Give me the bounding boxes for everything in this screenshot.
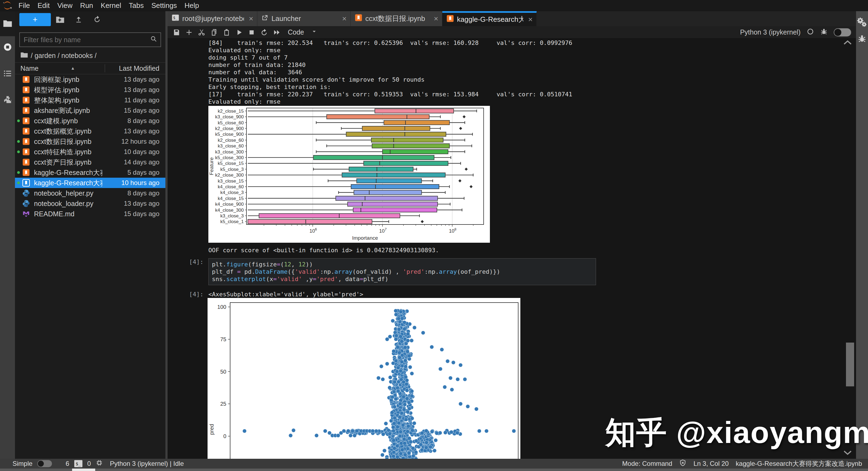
tab-kaggle-g-research-[interactable]: kaggle-G-Research大赛得奖方× xyxy=(442,11,537,26)
breadcrumb[interactable]: / garden / notebooks / xyxy=(15,47,165,62)
filter-files-box[interactable] xyxy=(19,32,161,47)
close-icon[interactable]: × xyxy=(526,15,533,24)
menu-help[interactable]: Help xyxy=(181,0,203,11)
menu-settings[interactable]: Settings xyxy=(148,0,181,11)
file-browser-icon[interactable] xyxy=(0,14,15,33)
menu-run[interactable]: Run xyxy=(76,0,97,11)
running-sessions-icon[interactable] xyxy=(0,39,15,54)
left-activity-bar xyxy=(0,11,15,459)
running-kernel-dot xyxy=(17,181,20,184)
file-row[interactable]: notebook_loader.py13 days ago xyxy=(15,198,165,209)
code-cell-editor[interactable]: plt.figure(figsize=(12, 12))plt_df = pd.… xyxy=(208,258,596,285)
file-modified: 13 days ago xyxy=(102,127,165,135)
oof-score-line: OOF corr score of <built-in function id>… xyxy=(208,246,439,254)
table-of-contents-icon[interactable] xyxy=(0,66,15,81)
breadcrumb-path: / garden / notebooks / xyxy=(31,52,97,60)
file-row[interactable]: notebook_helper.py8 days ago xyxy=(15,188,165,198)
property-inspector-icon[interactable] xyxy=(857,17,867,28)
file-modified: 13 days ago xyxy=(102,76,165,83)
restart-run-all-button[interactable] xyxy=(270,26,283,38)
svg-text:k3_close_300: k3_close_300 xyxy=(215,149,244,154)
menu-kernel[interactable]: Kernel xyxy=(97,0,125,11)
restart-kernel-button[interactable] xyxy=(258,26,270,38)
cut-cell-button[interactable] xyxy=(195,26,208,38)
mode-indicator[interactable]: Mode: Command xyxy=(622,460,672,468)
file-row[interactable]: 整体架构.ipynb11 days ago xyxy=(15,95,165,105)
debugger-bug-icon[interactable] xyxy=(820,28,828,37)
sort-by-name-header[interactable]: Name ▲ xyxy=(15,64,105,72)
tab-root-jupyter-notebook-69d[interactable]: $_root@jupyter-notebook-69d× xyxy=(167,11,257,26)
svg-text:k2_close_300: k2_close_300 xyxy=(215,173,244,178)
file-row[interactable]: 回测框架.ipynb13 days ago xyxy=(15,74,165,85)
svg-text:k2_close_900: k2_close_900 xyxy=(215,126,244,131)
file-row[interactable]: kaggle-G-Research大赛得奖...5 days ago xyxy=(15,167,165,178)
scrollbar-thumb[interactable] xyxy=(846,343,854,386)
file-name: notebook_helper.py xyxy=(31,189,102,197)
simple-mode-toggle[interactable] xyxy=(37,460,52,467)
output-prompt: [4]: xyxy=(167,291,208,298)
add-cell-button[interactable] xyxy=(183,26,195,38)
cell-type-dropdown[interactable]: Code xyxy=(288,28,317,36)
markdown-file-icon xyxy=(22,210,31,218)
file-row[interactable]: akshare测试.ipynb15 days ago xyxy=(15,105,165,116)
svg-text:100: 100 xyxy=(217,304,226,310)
file-modified: 13 days ago xyxy=(102,86,165,94)
file-modified: 5 days ago xyxy=(102,169,165,176)
close-icon[interactable]: × xyxy=(340,14,346,23)
svg-text:k4_close_15: k4_close_15 xyxy=(218,196,244,201)
svg-text:k5_close_15: k5_close_15 xyxy=(218,161,244,166)
menu-tabs[interactable]: Tabs xyxy=(125,0,148,11)
notebook-file-icon xyxy=(22,169,31,177)
file-modified: 10 hours ago xyxy=(102,179,165,187)
panel-resize-handle[interactable] xyxy=(165,11,167,459)
stop-kernel-button[interactable] xyxy=(245,26,258,38)
paste-cell-button[interactable] xyxy=(220,26,233,38)
tab-ccxt-ipynb[interactable]: ccxt数据日报.ipynb× xyxy=(351,11,442,26)
copy-cell-button[interactable] xyxy=(208,26,220,38)
close-icon[interactable]: × xyxy=(247,14,253,23)
filter-files-input[interactable] xyxy=(23,36,150,44)
menu-edit[interactable]: Edit xyxy=(34,0,54,11)
kernel-name-label[interactable]: Python 3 (ipykernel) xyxy=(740,28,801,36)
file-row[interactable]: ccxt特征构造.ipynb10 days ago xyxy=(15,147,165,157)
debugger-icon[interactable] xyxy=(858,34,867,45)
sort-by-modified-header[interactable]: Last Modified xyxy=(105,64,165,72)
kernel-status-label[interactable]: Python 3 (ipykernel) | Idle xyxy=(110,460,184,468)
notebook-content: [84] train's rmse: 202.534 train's corr:… xyxy=(167,39,856,459)
run-cell-button[interactable] xyxy=(233,26,245,38)
autoscroll-toggle[interactable] xyxy=(834,28,851,36)
python-file-icon xyxy=(22,200,31,208)
close-icon[interactable]: × xyxy=(432,14,438,23)
file-row[interactable]: ccxt建模.ipynb8 days ago xyxy=(15,116,165,126)
scroll-up-icon[interactable] xyxy=(843,39,852,46)
file-row[interactable]: ccxt资产日报.ipynb14 days ago xyxy=(15,157,165,167)
new-folder-icon[interactable] xyxy=(51,13,69,26)
save-button[interactable] xyxy=(170,26,183,38)
file-row[interactable]: README.md15 days ago xyxy=(15,209,165,219)
kernels-count: 0 xyxy=(87,460,91,468)
cursor-position[interactable]: Ln 3, Col 20 xyxy=(693,460,728,468)
current-filename[interactable]: kaggle-G-Research大赛得奖方案改造.ipynb xyxy=(736,459,862,468)
svg-text:k3_close_900: k3_close_900 xyxy=(215,114,244,119)
file-row[interactable]: ccxt数据日报.ipynb12 hours ago xyxy=(15,136,165,147)
new-launcher-button[interactable]: + xyxy=(19,13,51,26)
home-folder-icon[interactable] xyxy=(21,52,28,60)
refresh-icon[interactable] xyxy=(88,13,106,26)
menu-view[interactable]: View xyxy=(54,0,76,11)
extensions-icon[interactable] xyxy=(0,92,15,107)
log-line: doing split 7 out of 7 xyxy=(208,54,572,61)
sort-asc-icon: ▲ xyxy=(71,66,75,71)
notebook-file-icon xyxy=(22,158,31,166)
file-row[interactable]: kaggle-G-Research大赛得奖...10 hours ago xyxy=(15,178,165,188)
menu-file[interactable]: File xyxy=(15,0,34,11)
file-browser-toolbar: + xyxy=(15,11,165,28)
python-file-icon xyxy=(22,189,31,197)
code-line: sns.scatterplot(x='valid' ,y='pred', dat… xyxy=(212,275,596,283)
upload-icon[interactable] xyxy=(69,13,88,26)
file-row[interactable]: ccxt数据概览.ipynb13 days ago xyxy=(15,126,165,136)
tab-launcher[interactable]: Launcher× xyxy=(257,11,351,26)
terminal-icon[interactable]: $_ xyxy=(74,460,83,467)
body-row: + / garden / notebooks / Name xyxy=(0,11,868,459)
kernel-chip-icon[interactable] xyxy=(96,459,103,468)
file-row[interactable]: 模型评估.ipynb13 days ago xyxy=(15,85,165,95)
